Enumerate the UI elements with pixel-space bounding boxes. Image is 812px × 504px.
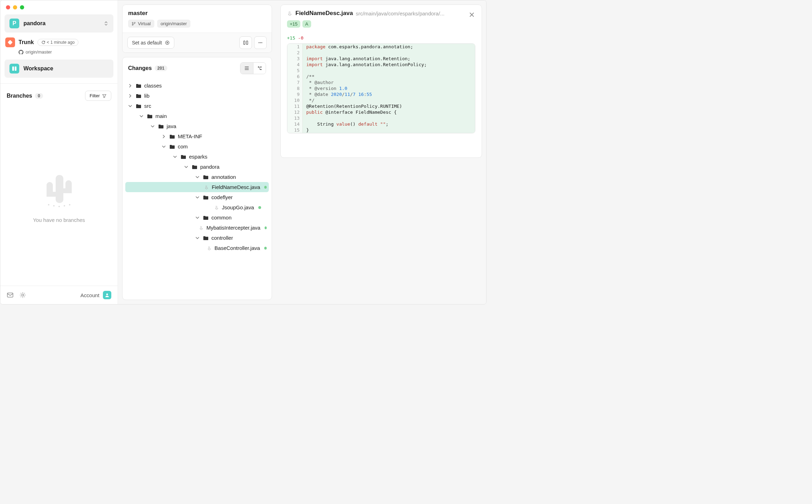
tree-file[interactable]: MybatisIntercepter.java <box>125 223 269 233</box>
code-line: 9 * @date 2020/11/7 16:55 <box>287 91 475 97</box>
folder-icon <box>136 83 141 88</box>
tree-label: common <box>211 215 232 220</box>
workspace-label: Workspace <box>23 65 53 72</box>
chevron-icon <box>127 104 133 108</box>
code-line: 7 * @author <box>287 79 475 85</box>
cactus-icon <box>38 168 80 210</box>
folder-icon <box>203 236 209 240</box>
tree-label: annotation <box>211 174 236 180</box>
folder-icon <box>192 164 197 169</box>
list-icon <box>244 66 249 71</box>
svg-rect-6 <box>47 192 59 197</box>
chevron-icon <box>150 125 155 128</box>
tree-folder[interactable]: lib <box>125 91 269 101</box>
tree-folder[interactable]: com <box>125 141 269 152</box>
code-line: 15} <box>287 127 475 133</box>
changes-count: 201 <box>155 65 167 71</box>
chevron-icon <box>183 165 189 169</box>
tree-folder[interactable]: classes <box>125 80 269 91</box>
tree-file[interactable]: FieldNameDesc.java <box>125 182 269 192</box>
divider <box>0 83 118 84</box>
filter-button[interactable]: Filter <box>85 91 111 101</box>
svg-rect-27 <box>260 66 261 68</box>
tree-folder[interactable]: common <box>125 212 269 223</box>
chevron-icon <box>139 114 144 118</box>
code-line: 12public @interface FieldNameDesc { <box>287 109 475 115</box>
svg-point-17 <box>134 22 135 23</box>
close-window-icon[interactable] <box>6 5 10 9</box>
more-button[interactable] <box>254 36 267 49</box>
tree-folder[interactable]: annotation <box>125 172 269 182</box>
code-block: 1package com.esparks.pandora.annotation;… <box>287 43 475 133</box>
close-diff-button[interactable] <box>467 10 477 20</box>
window-controls <box>0 0 118 12</box>
account-button[interactable]: Account <box>80 291 111 299</box>
status-badge: A <box>302 20 311 28</box>
workspace-icon <box>9 64 19 74</box>
trunk-label: Trunk <box>19 39 34 46</box>
tree-label: lib <box>144 93 149 99</box>
view-toggle <box>240 62 266 74</box>
tree-folder[interactable]: src <box>125 101 269 111</box>
tree-view-button[interactable] <box>253 63 266 74</box>
tree-file[interactable]: BaseController.java <box>125 243 269 253</box>
tree-file[interactable]: JsoupGo.java <box>125 202 269 212</box>
svg-point-24 <box>260 42 261 43</box>
gear-icon[interactable] <box>19 292 26 299</box>
mail-icon[interactable] <box>7 292 14 299</box>
code-line: 4import java.lang.annotation.RetentionPo… <box>287 62 475 68</box>
svg-rect-7 <box>61 188 72 193</box>
svg-rect-26 <box>258 66 259 68</box>
code-line: 2 <box>287 50 475 56</box>
branch-card: master Virtual origin/master Set as defa… <box>122 5 272 53</box>
maximize-window-icon[interactable] <box>20 5 24 9</box>
folder-icon <box>181 154 186 159</box>
trunk-icon <box>5 37 15 47</box>
minimize-window-icon[interactable] <box>13 5 17 9</box>
svg-rect-28 <box>260 69 261 70</box>
folder-icon <box>147 114 153 119</box>
tree-folder[interactable]: codeflyer <box>125 192 269 202</box>
repo-selector[interactable]: P pandora <box>5 14 113 33</box>
set-default-button[interactable]: Set as default <box>127 37 174 49</box>
tree-label: BaseController.java <box>215 245 260 251</box>
code-line: 14 String value() default ""; <box>287 121 475 127</box>
tree-folder[interactable]: main <box>125 111 269 121</box>
svg-point-9 <box>53 205 55 206</box>
changes-title: Changes <box>128 65 152 71</box>
code-line: 1package com.esparks.pandora.annotation; <box>287 44 475 50</box>
app-window: P pandora Trunk < 1 minute ago <box>0 0 486 304</box>
branches-title: Branches <box>7 93 32 99</box>
folder-icon <box>169 134 175 139</box>
branch-name: master <box>128 10 266 17</box>
diff-path: src/main/java/com/esparks/pandora/... <box>356 10 444 16</box>
tree-label: META-INF <box>178 133 202 139</box>
diff-stats: +15 -0 <box>281 33 482 43</box>
sidebar-item-trunk[interactable]: Trunk < 1 minute ago origin/master <box>0 35 118 57</box>
lines-added-badge: +15 <box>287 20 300 28</box>
chevron-icon <box>195 236 200 240</box>
svg-rect-2 <box>15 66 16 71</box>
tree-folder[interactable]: controller <box>125 233 269 243</box>
chevron-icon <box>161 145 167 148</box>
remote-tag: origin/master <box>157 20 190 28</box>
svg-point-10 <box>58 206 60 207</box>
columns-icon <box>243 40 248 46</box>
list-view-button[interactable] <box>240 63 253 74</box>
chevron-icon <box>127 84 133 88</box>
chevron-updown-icon <box>104 21 108 26</box>
code-line: 5 <box>287 68 475 74</box>
tree-folder[interactable]: pandora <box>125 162 269 172</box>
sidebar-item-workspace[interactable]: Workspace <box>5 59 113 78</box>
tree-folder[interactable]: esparks <box>125 152 269 162</box>
svg-rect-22 <box>246 41 248 44</box>
java-file-icon <box>199 225 204 230</box>
svg-rect-13 <box>7 293 13 297</box>
compare-button[interactable] <box>239 36 252 49</box>
tree-folder[interactable]: META-INF <box>125 131 269 141</box>
sidebar: P pandora Trunk < 1 minute ago <box>0 0 118 304</box>
target-icon <box>165 40 170 45</box>
tree-label: controller <box>211 235 233 241</box>
trunk-remote: origin/master <box>19 49 113 55</box>
tree-folder[interactable]: java <box>125 121 269 131</box>
